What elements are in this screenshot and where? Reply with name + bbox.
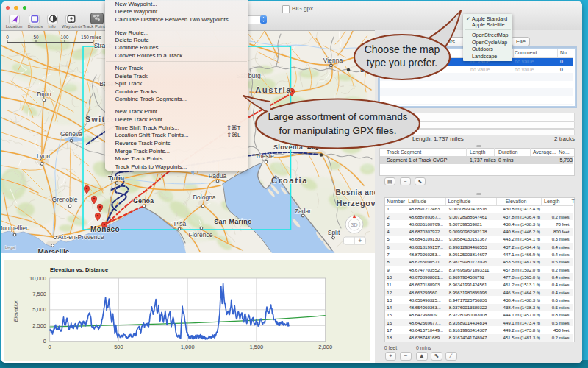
- svg-text:for manipulating GPX files.: for manipulating GPX files.: [279, 125, 397, 136]
- svg-text:Large assortment of commands: Large assortment of commands: [268, 111, 408, 122]
- svg-text:type you prefer.: type you prefer.: [367, 57, 438, 68]
- svg-text:Choose the map: Choose the map: [365, 43, 440, 55]
